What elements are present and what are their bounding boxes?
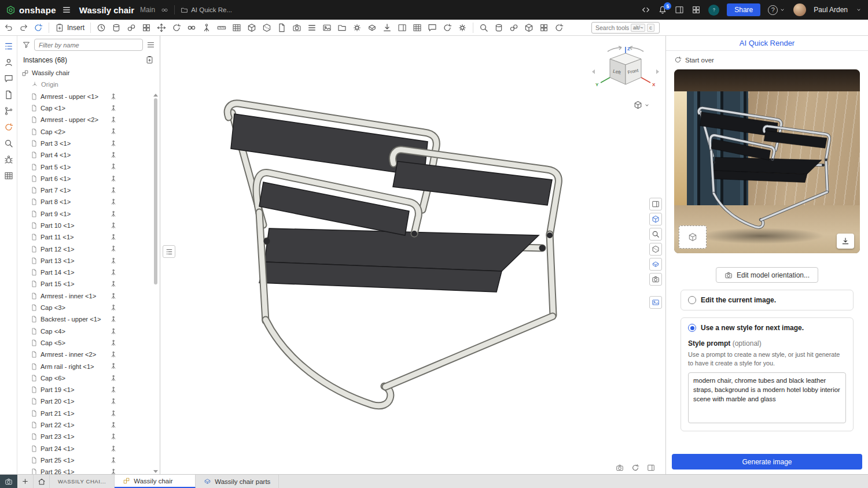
model-panel-icon[interactable]	[649, 198, 662, 210]
bom-icon[interactable]	[413, 23, 422, 32]
mate-cylindrical-icon[interactable]	[112, 23, 121, 32]
mate-connector-icon[interactable]	[110, 363, 117, 369]
model-view[interactable]	[218, 91, 577, 432]
tree-item[interactable]: Part 14 <1>	[17, 267, 160, 278]
tree-item[interactable]: Armrest - inner <1>	[17, 290, 160, 302]
tree-item[interactable]: Armrest - upper <2>	[17, 114, 160, 125]
update-button[interactable]	[34, 23, 43, 32]
insert-instance-icon[interactable]	[145, 56, 154, 64]
appearance-icon[interactable]	[322, 23, 332, 32]
list-view-icon[interactable]	[146, 40, 155, 49]
doc-tab-ai-quick-render[interactable]: AI Quick Re...	[181, 6, 232, 14]
tree-item[interactable]: Part 15 <1>	[17, 278, 160, 290]
section-icon[interactable]	[262, 23, 271, 32]
display-states-icon[interactable]	[398, 23, 407, 32]
tab-wassily-chair[interactable]: Wassily chair	[115, 475, 196, 488]
add-tab-button[interactable]	[17, 475, 34, 488]
mate-connector-icon[interactable]	[110, 210, 117, 217]
versions-history-icon[interactable]	[4, 106, 13, 116]
undo-button[interactable]	[5, 23, 13, 32]
option-edit-image[interactable]: Edit the current image.	[681, 290, 854, 310]
mate-connector-icon[interactable]	[110, 433, 117, 440]
onshape-logo[interactable]: onshape	[6, 5, 56, 15]
filter-icon[interactable]	[22, 40, 31, 49]
mate-connector-icon[interactable]	[110, 116, 117, 123]
tree-item[interactable]: Cap <3>	[17, 302, 160, 313]
link-icon[interactable]	[161, 6, 168, 14]
section-view-icon[interactable]	[649, 243, 662, 256]
mate-connector-icon[interactable]	[110, 316, 117, 323]
search-tools[interactable]: alt/~ c	[591, 22, 660, 34]
tree-item[interactable]: Part 21 <1>	[17, 408, 160, 419]
feature-script-icon[interactable]	[641, 5, 650, 14]
hide-others-icon[interactable]	[494, 23, 503, 32]
configurations-icon[interactable]	[352, 23, 362, 32]
mate-connector-icon[interactable]	[110, 398, 117, 405]
avatar[interactable]	[793, 3, 806, 16]
tree-item[interactable]: Part 4 <1>	[17, 149, 160, 161]
tree-item[interactable]: Cap <6>	[17, 372, 160, 384]
snapshot-icon[interactable]	[292, 23, 301, 32]
properties-table-icon[interactable]	[4, 171, 13, 180]
mate-connector-icon[interactable]	[110, 175, 117, 182]
tree-item[interactable]: Part 13 <1>	[17, 255, 160, 267]
mate-connector-icon[interactable]	[110, 422, 117, 428]
rotate-part-icon[interactable]	[172, 23, 181, 32]
explode-icon[interactable]	[367, 23, 377, 32]
tree-item[interactable]: Cap <4>	[17, 326, 160, 337]
workspace-label[interactable]: Main	[140, 6, 155, 14]
subassembly-icon[interactable]	[337, 23, 347, 32]
mate-connector-icon[interactable]	[110, 445, 117, 452]
named-views-icon[interactable]	[649, 273, 662, 286]
download-image-button[interactable]	[837, 234, 854, 249]
tree-item[interactable]: Part 6 <1>	[17, 173, 160, 184]
sync-view-icon[interactable]	[631, 463, 639, 472]
mate-connector-icon[interactable]	[110, 245, 117, 252]
visibility-icon[interactable]	[539, 23, 549, 32]
mate-connector-icon[interactable]	[110, 105, 117, 112]
tree-scrollbar[interactable]	[153, 97, 158, 469]
tree-item[interactable]: Part 19 <1>	[17, 384, 160, 395]
capture-thumbnail-button[interactable]	[0, 475, 17, 488]
history-icon[interactable]	[97, 23, 106, 32]
mate-connector-icon[interactable]	[110, 293, 117, 300]
measure-icon[interactable]	[217, 23, 226, 32]
mate-connector-icon[interactable]	[110, 304, 117, 311]
hamburger-menu-icon[interactable]	[62, 5, 71, 14]
mate-connector-icon[interactable]	[110, 457, 117, 464]
edit-orientation-button[interactable]: Edit model orientation...	[716, 267, 818, 283]
scroll-down-arrow[interactable]	[153, 470, 158, 473]
display-grid-icon[interactable]	[647, 463, 655, 472]
mate-connector-icon[interactable]	[110, 328, 117, 335]
tree-item[interactable]: Part 12 <1>	[17, 243, 160, 254]
mate-connector-icon[interactable]	[110, 339, 117, 346]
option-new-style[interactable]: Use a new style for next image. Style pr…	[681, 317, 854, 431]
tree-item[interactable]: Part 7 <1>	[17, 184, 160, 196]
tree-item[interactable]: Part 5 <1>	[17, 161, 160, 172]
tree-item[interactable]: Part 8 <1>	[17, 196, 160, 208]
mirror-icon[interactable]	[247, 23, 256, 32]
tree-item[interactable]: Cap <2>	[17, 125, 160, 137]
tree-item[interactable]: Part 24 <1>	[17, 443, 160, 454]
tree-item[interactable]: Part 23 <1>	[17, 431, 160, 442]
snapshot-view-icon[interactable]	[616, 463, 624, 472]
panel-layout-icon[interactable]	[675, 5, 684, 14]
isolate-icon[interactable]	[524, 23, 534, 32]
zoom-to-fit-icon[interactable]	[479, 23, 488, 32]
tree-item[interactable]: Part 10 <1>	[17, 220, 160, 231]
tree-item[interactable]: Part 20 <1>	[17, 395, 160, 407]
transparency-icon[interactable]	[509, 23, 518, 32]
scrollbar-thumb[interactable]	[154, 98, 157, 284]
mate-connector-icon[interactable]	[110, 128, 117, 135]
animate-icon[interactable]	[443, 23, 452, 32]
user-menu-caret-icon[interactable]	[855, 6, 862, 13]
document-panel-icon[interactable]	[4, 90, 13, 99]
insert-button[interactable]: Insert	[55, 23, 84, 32]
learning-center-button[interactable]	[708, 5, 719, 16]
mate-connector-icon[interactable]	[110, 386, 117, 393]
tree-item[interactable]: Part 22 <1>	[17, 419, 160, 431]
help-menu[interactable]: ?	[768, 5, 786, 15]
named-positions-icon[interactable]	[307, 23, 317, 32]
style-prompt-input[interactable]: modern chair, chrome tubes and black lea…	[688, 372, 846, 423]
model-thumbnail[interactable]	[679, 225, 707, 249]
